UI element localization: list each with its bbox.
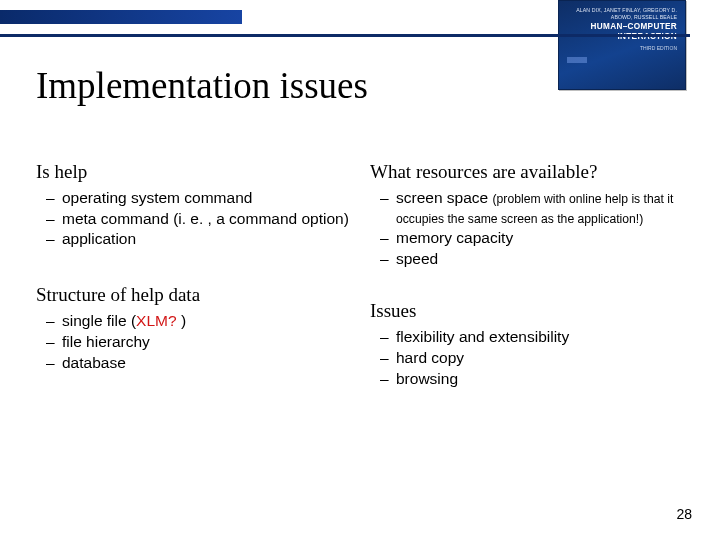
- book-title: HUMAN–COMPUTER INTERACTION: [567, 22, 677, 43]
- book-accent: [567, 57, 587, 63]
- list-item: single file (XLM? ): [62, 311, 350, 331]
- list-item: meta command (i. e. , a command option): [62, 209, 350, 229]
- list-item: application: [62, 229, 350, 249]
- structure-list: single file (XLM? ) file hierarchy datab…: [36, 311, 350, 372]
- resources-list: screen space (problem with online help i…: [370, 188, 684, 269]
- left-column: Is help operating system command meta co…: [36, 160, 350, 500]
- book-authors: ALAN DIX, JANET FINLAY, GREGORY D. ABOWD…: [567, 7, 677, 20]
- book-rule: [554, 34, 690, 37]
- highlighted-text: XLM?: [136, 312, 181, 329]
- list-item: speed: [396, 249, 684, 269]
- book-cover: ALAN DIX, JANET FINLAY, GREGORY D. ABOWD…: [558, 0, 686, 90]
- section-head-is-help: Is help: [36, 160, 350, 184]
- slide: ALAN DIX, JANET FINLAY, GREGORY D. ABOWD…: [0, 0, 720, 540]
- list-item: flexibility and extensibility: [396, 327, 684, 347]
- book-edition: THIRD EDITION: [567, 45, 677, 51]
- section-head-resources: What resources are available?: [370, 160, 684, 184]
- is-help-list: operating system command meta command (i…: [36, 188, 350, 249]
- list-item: operating system command: [62, 188, 350, 208]
- section-head-issues: Issues: [370, 299, 684, 323]
- list-item: hard copy: [396, 348, 684, 368]
- decorative-strip: [0, 10, 242, 24]
- page-number: 28: [676, 506, 692, 522]
- header-rule: [0, 34, 594, 37]
- list-item: browsing: [396, 369, 684, 389]
- section-head-structure: Structure of help data: [36, 283, 350, 307]
- list-item: file hierarchy: [62, 332, 350, 352]
- content-columns: Is help operating system command meta co…: [36, 160, 684, 500]
- text: ): [181, 312, 186, 329]
- list-item: database: [62, 353, 350, 373]
- right-column: What resources are available? screen spa…: [370, 160, 684, 500]
- text: screen space: [396, 189, 493, 206]
- list-item: memory capacity: [396, 228, 684, 248]
- page-title: Implementation issues: [36, 64, 368, 107]
- issues-list: flexibility and extensibility hard copy …: [370, 327, 684, 388]
- list-item: screen space (problem with online help i…: [396, 188, 684, 228]
- text: single file (: [62, 312, 136, 329]
